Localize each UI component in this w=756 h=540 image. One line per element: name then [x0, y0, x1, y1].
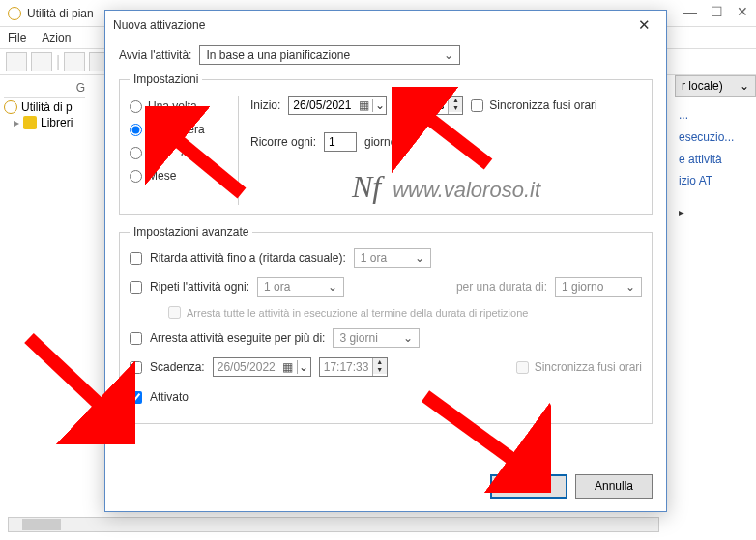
start-task-label: Avvia l'attività:: [119, 48, 191, 62]
tree-panel: G Utilità di p ▸ Libreri: [0, 77, 89, 134]
stop-after-checkbox[interactable]: [130, 332, 142, 345]
radio-weekly[interactable]: Sana: [130, 146, 226, 159]
toolbar-button[interactable]: [64, 52, 85, 71]
start-label: Inizio:: [250, 99, 280, 112]
delay-label: Ritarda attività fino a (ritarda casuale…: [150, 251, 346, 265]
delay-checkbox[interactable]: [130, 252, 142, 265]
action-link[interactable]: esecuzio...: [679, 127, 752, 149]
dialog-titlebar: Nuova attivazione ✕: [105, 11, 666, 40]
chevron-down-icon: ⌄: [297, 360, 310, 374]
duration-select[interactable]: 1 giorno: [555, 277, 642, 297]
expire-date-input[interactable]: ▦ ⌄: [213, 357, 311, 377]
bg-window-title: Utilità di pian: [27, 7, 94, 20]
recur-input[interactable]: [324, 132, 357, 152]
clock-icon: [4, 100, 17, 114]
recur-unit: giorno/i: [364, 135, 402, 149]
ok-button[interactable]: OK: [490, 474, 567, 499]
spin-up-icon[interactable]: ▲: [449, 97, 462, 104]
dialog-title: Nuova attivazione: [113, 18, 205, 32]
sync-timezone-checkbox[interactable]: Sincronizza fusi orari: [471, 99, 596, 112]
menu-action[interactable]: Azion: [42, 31, 71, 44]
expand-arrow-icon[interactable]: ▸: [679, 202, 752, 224]
close-icon[interactable]: ✕: [737, 4, 748, 19]
action-link[interactable]: izio AT: [679, 170, 752, 192]
folder-icon: [23, 116, 37, 129]
calendar-icon: ▦: [279, 360, 297, 374]
svg-line-2: [29, 338, 116, 420]
tree-root[interactable]: Utilità di p: [4, 99, 85, 115]
horizontal-scrollbar[interactable]: [8, 517, 659, 532]
minimize-icon[interactable]: —: [683, 4, 697, 19]
repeat-select[interactable]: 1 ora: [257, 277, 344, 297]
watermark: Nfwww.valoroso.it: [250, 169, 642, 205]
spin-down-icon[interactable]: ▼: [449, 104, 462, 112]
toolbar-button[interactable]: [31, 52, 52, 71]
delay-select[interactable]: 1 ora: [354, 248, 431, 268]
settings-legend: Impostazioni: [130, 72, 202, 86]
recur-label: Ricorre ogni:: [250, 135, 316, 149]
enabled-label: Attivato: [150, 390, 189, 404]
maximize-icon[interactable]: ☐: [711, 4, 723, 19]
radio-monthly[interactable]: Mese: [130, 169, 226, 183]
start-date-input[interactable]: ▦ ⌄: [288, 96, 387, 115]
tree-col-header: G: [4, 81, 85, 98]
expire-time-input[interactable]: ▲▼: [319, 357, 388, 377]
actions-header: r locale)⌄: [675, 75, 756, 97]
stop-after-select[interactable]: 3 giorni: [333, 328, 420, 348]
clock-icon: [8, 7, 21, 20]
expire-checkbox[interactable]: [130, 361, 142, 374]
calendar-icon[interactable]: ▦: [355, 99, 372, 112]
stop-after-label: Arresta attività eseguite per più di:: [150, 331, 325, 345]
cancel-button[interactable]: Annulla: [575, 474, 653, 499]
expire-sync-checkbox: Sincronizza fusi orari: [516, 360, 642, 374]
settings-group: Impostazioni Una volta Giornaliera Sana …: [119, 72, 653, 215]
stop-all-checkbox: [168, 306, 181, 319]
close-icon[interactable]: ✕: [630, 14, 658, 36]
advanced-legend: Impostazioni avanzate: [130, 225, 252, 239]
stop-all-label: Arresta tutte le attività in esecuzione …: [187, 307, 528, 319]
start-time-input[interactable]: ▲▼: [394, 96, 463, 115]
tree-child[interactable]: ▸ Libreri: [4, 115, 85, 130]
chevron-down-icon[interactable]: ⌄: [372, 99, 386, 112]
radio-once[interactable]: Una volta: [130, 99, 226, 113]
duration-label: per una durata di:: [456, 280, 547, 294]
repeat-label: Ripeti l'attività ogni:: [150, 280, 249, 294]
toolbar-button[interactable]: [6, 52, 27, 71]
actions-panel: r locale)⌄ ... esecuzio... e attività iz…: [675, 75, 756, 232]
menu-file[interactable]: File: [8, 31, 26, 44]
action-link[interactable]: ...: [679, 104, 752, 127]
repeat-checkbox[interactable]: [130, 281, 142, 294]
advanced-settings-group: Impostazioni avanzate Ritarda attività f…: [119, 225, 653, 424]
radio-daily[interactable]: Giornaliera: [130, 123, 226, 136]
new-trigger-dialog: Nuova attivazione ✕ Avvia l'attività: In…: [104, 10, 667, 512]
action-link[interactable]: e attività: [679, 149, 752, 171]
chevron-down-icon[interactable]: ⌄: [740, 79, 749, 93]
start-task-select[interactable]: In base a una pianificazione: [199, 45, 460, 65]
expire-label: Scadenza:: [150, 360, 205, 374]
enabled-checkbox[interactable]: [130, 391, 142, 404]
